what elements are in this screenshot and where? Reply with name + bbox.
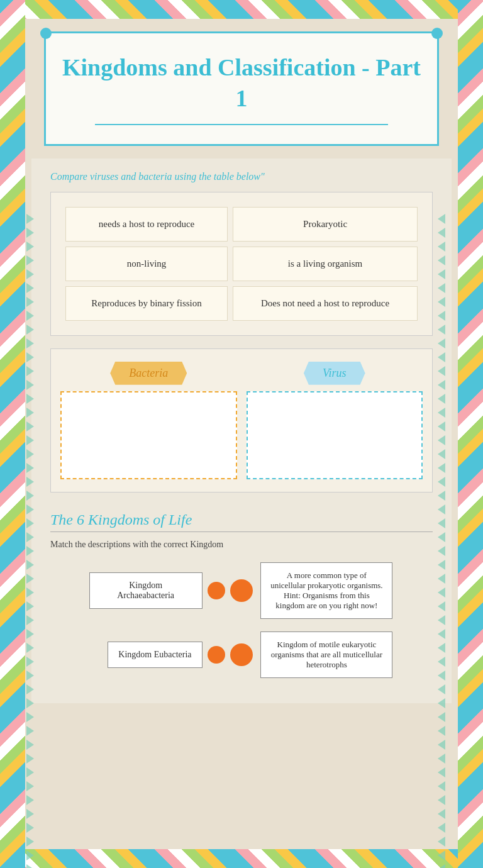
- arrow-icon: [26, 435, 34, 445]
- arrow-icon: [26, 504, 34, 515]
- arrow-icon: [26, 546, 34, 556]
- arrow-icon: [438, 394, 445, 404]
- bacteria-drop-zone[interactable]: [60, 391, 237, 479]
- virus-label-container: Virus: [247, 362, 423, 385]
- arrow-icon: [438, 214, 445, 224]
- arrow-icon: [438, 435, 445, 445]
- match-pair-2: Kingdom Eubacteria Kingdom of motile euk…: [50, 632, 433, 678]
- arrow-icon: [438, 463, 445, 473]
- arrow-icon: [26, 740, 34, 750]
- arrow-icon: [438, 629, 445, 639]
- arrow-icon: [438, 781, 445, 791]
- arrow-icon: [438, 864, 445, 868]
- arrow-icon: [26, 518, 34, 528]
- arrow-icon: [26, 228, 34, 238]
- arrow-icon: [26, 380, 34, 390]
- cell-no-host-needed[interactable]: Does not need a host to reproduce: [233, 286, 418, 321]
- arrow-icon: [438, 408, 445, 418]
- arrow-icon: [438, 684, 445, 694]
- arrow-icon: [438, 615, 445, 625]
- cell-non-living[interactable]: non-living: [65, 247, 228, 281]
- right-border: [458, 0, 483, 868]
- arrow-icon: [438, 795, 445, 805]
- arrow-icon: [26, 532, 34, 542]
- connector-circle-mid-1: [230, 579, 253, 602]
- arrow-icon: [26, 864, 34, 868]
- arrow-icon: [438, 491, 445, 501]
- arrow-icon: [438, 657, 445, 667]
- table-row: needs a host to reproduce Prokaryotic: [65, 207, 418, 242]
- arrow-icon: [26, 255, 34, 265]
- arrow-icon: [26, 629, 34, 639]
- arrow-icon: [26, 615, 34, 625]
- arrow-icon: [438, 269, 445, 279]
- arrow-icon: [26, 684, 34, 694]
- arrow-icon: [438, 325, 445, 335]
- arrow-icon: [438, 242, 445, 252]
- left-border: [0, 0, 25, 868]
- match-right-2: Kingdom of motile eukaryotic organisms t…: [260, 632, 433, 678]
- description-eubacteria[interactable]: Kingdom of motile eukaryotic organisms t…: [260, 632, 392, 678]
- arrow-icon: [26, 325, 34, 335]
- cell-prokaryotic[interactable]: Prokaryotic: [233, 207, 418, 242]
- arrow-icon: [438, 546, 445, 556]
- arrow-icon: [438, 380, 445, 390]
- kingdom-eubacteria[interactable]: Kingdom Eubacteria: [108, 642, 202, 668]
- right-arrows: [438, 214, 457, 868]
- arrow-icon: [26, 781, 34, 791]
- arrow-icon: [438, 837, 445, 847]
- arrow-icon: [26, 670, 34, 681]
- header-box: Kingdoms and Classification - Part 1: [44, 31, 439, 146]
- virus-drop-zone[interactable]: [247, 391, 423, 479]
- drag-area: Bacteria Virus: [50, 348, 433, 492]
- kingdom-archaebacteria[interactable]: Kingdom Archaeabacteria: [89, 572, 203, 609]
- connector-circle-mid-2: [230, 643, 253, 666]
- arrow-icon: [26, 449, 34, 459]
- kingdoms-instruction: Match the descriptions with the correct …: [50, 540, 433, 550]
- cell-needs-host[interactable]: needs a host to reproduce: [65, 207, 228, 242]
- arrow-icon: [438, 587, 445, 598]
- virus-ribbon: Virus: [304, 362, 365, 385]
- kingdoms-title: The 6 Kingdoms of Life: [50, 511, 433, 528]
- header-underline: [95, 124, 388, 125]
- arrow-icon: [26, 850, 34, 860]
- cell-binary-fission[interactable]: Reproduces by binary fission: [65, 286, 228, 321]
- description-archaebacteria[interactable]: A more common type of unicellular prokar…: [260, 562, 392, 619]
- match-pair-1: Kingdom Archaeabacteria A more common ty…: [50, 562, 433, 619]
- match-mid-2: [223, 643, 261, 666]
- arrow-icon: [438, 518, 445, 528]
- arrow-icon: [438, 283, 445, 293]
- compare-table: needs a host to reproduce Prokaryotic no…: [60, 202, 423, 326]
- arrow-icon: [26, 574, 34, 584]
- match-mid-1: [223, 579, 261, 602]
- bacteria-ribbon: Bacteria: [110, 362, 187, 385]
- bottom-border: [0, 849, 483, 868]
- arrow-icon: [438, 338, 445, 348]
- arrow-icon: [438, 366, 445, 376]
- arrow-icon: [26, 338, 34, 348]
- arrow-icon: [438, 850, 445, 860]
- arrow-icon: [26, 297, 34, 307]
- arrow-icon: [438, 726, 445, 736]
- arrow-icon: [26, 283, 34, 293]
- cell-living-organism[interactable]: is a living organism: [233, 247, 418, 281]
- arrow-icon: [26, 491, 34, 501]
- arrow-icon: [26, 214, 34, 224]
- arrow-icon: [438, 754, 445, 764]
- content-area: Compare viruses and bacteria using the t…: [31, 159, 452, 703]
- arrow-icon: [26, 823, 34, 833]
- arrow-icon: [26, 809, 34, 819]
- arrow-icon: [438, 767, 445, 777]
- arrow-icon: [26, 601, 34, 611]
- arrow-icon: [438, 228, 445, 238]
- arrow-icon: [26, 421, 34, 431]
- arrow-icon: [26, 311, 34, 321]
- arrow-icon: [438, 698, 445, 708]
- arrow-icon: [26, 269, 34, 279]
- arrow-icon: [438, 712, 445, 722]
- arrow-icon: [26, 795, 34, 805]
- arrow-icon: [438, 421, 445, 431]
- arrow-icon: [26, 643, 34, 653]
- match-right-1: A more common type of unicellular prokar…: [260, 562, 433, 619]
- arrow-icon: [438, 449, 445, 459]
